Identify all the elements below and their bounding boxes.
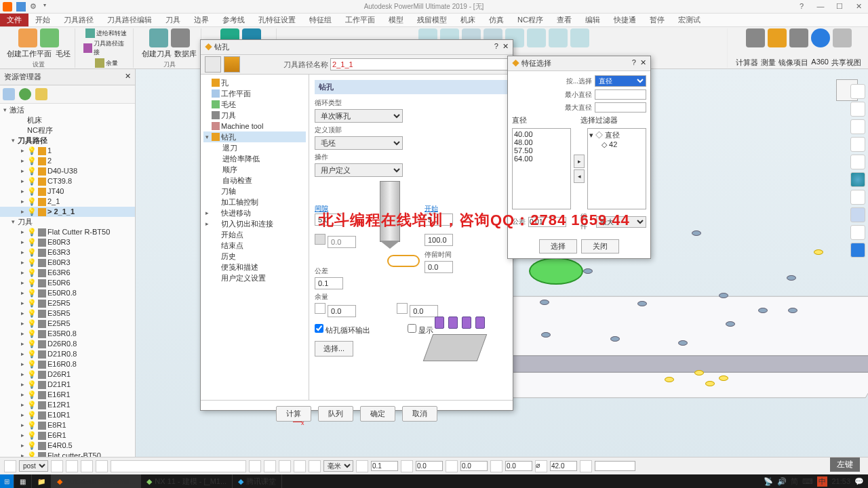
ribbon-label[interactable]: 刀具路径连接	[94, 39, 129, 57]
tree-node[interactable]: 孔	[221, 77, 229, 88]
wireframe-icon[interactable]	[850, 207, 865, 222]
tree-node[interactable]: 42	[609, 140, 617, 148]
minimize-icon[interactable]: —	[814, 2, 827, 11]
tree-node[interactable]: Machine tool	[221, 121, 263, 131]
tree-node-tool[interactable]: ▸💡E8R1	[0, 420, 135, 430]
workplane-icon[interactable]	[18, 28, 37, 47]
maximize-icon[interactable]: ☐	[833, 2, 846, 11]
dialog-close-icon[interactable]: ✕	[502, 42, 509, 50]
tab-icon[interactable]	[205, 56, 221, 73]
list-item[interactable]: 57.50	[514, 146, 569, 155]
menu-tab[interactable]: 残留模型	[410, 14, 454, 26]
tol-input[interactable]	[315, 277, 343, 289]
iso-icon[interactable]	[850, 190, 865, 205]
drill-tree[interactable]: 孔 工作平面 毛坯 刀具 Machine tool ▾钻孔 退刀 进给率降低 顺…	[201, 75, 309, 400]
bulb-icon[interactable]: 💡	[27, 359, 37, 369]
tree-node[interactable]: 刀具	[18, 217, 33, 227]
task-item[interactable]: 📁	[32, 474, 52, 488]
tray-icon[interactable]: 📡	[764, 477, 773, 486]
list-item[interactable]: 40.00	[514, 130, 569, 138]
tree-node-tool[interactable]: ▸💡D26R1	[0, 369, 135, 380]
status-icon[interactable]	[4, 460, 16, 472]
bulb-icon[interactable]: 💡	[27, 258, 37, 268]
post-select[interactable]: post	[19, 460, 48, 472]
stock-icon[interactable]	[40, 28, 59, 47]
bulb-icon[interactable]: 💡	[27, 400, 37, 410]
mirror-icon[interactable]	[789, 28, 808, 47]
measure-icon[interactable]	[768, 28, 787, 47]
menu-tab[interactable]: 刀具	[159, 14, 187, 26]
globe-icon[interactable]	[850, 172, 865, 187]
qat-dropdown-icon[interactable]: ▾	[43, 2, 53, 12]
status-input[interactable]	[505, 461, 532, 471]
menu-tab[interactable]: NC程序	[511, 14, 550, 26]
bulb-icon[interactable]: 💡	[27, 308, 37, 319]
tab-icon[interactable]	[224, 56, 240, 73]
list-item[interactable]: 48.00	[514, 138, 569, 146]
explorer-tree[interactable]: ▾激活 机床 NC程序 ▾刀具路径 ▸💡1 ▸💡2 ▸💡D40-U38 ▸💡CT…	[0, 104, 135, 466]
start-button[interactable]: ⊞	[0, 474, 14, 488]
tree-node[interactable]: NC程序	[27, 125, 53, 136]
bulb-icon[interactable]: 💡	[27, 237, 37, 247]
status-icon[interactable]	[81, 460, 93, 472]
close-button[interactable]: 关闭	[581, 239, 619, 253]
dialog-close-icon[interactable]: ✕	[640, 58, 646, 66]
status-icon[interactable]	[96, 460, 108, 472]
bulb-icon[interactable]: 💡	[27, 298, 37, 308]
bulb-icon[interactable]: 💡	[27, 278, 37, 288]
create-tool-icon[interactable]	[149, 28, 168, 47]
phi-input[interactable]	[328, 236, 356, 248]
dwell-input[interactable]	[425, 261, 453, 273]
tree-node-tool[interactable]: ▸💡E25R5	[0, 298, 135, 308]
tree-node-tool[interactable]: ▸💡D26R0.8	[0, 339, 135, 349]
gap-input[interactable]	[315, 214, 343, 226]
tree-node-tool[interactable]: ▸💡E12R1	[0, 400, 135, 410]
queue-button[interactable]: 队列	[318, 406, 353, 422]
tree-node[interactable]: 工作平面	[221, 88, 251, 99]
tree-node-tool[interactable]: ▸💡D21R0.8	[0, 349, 135, 359]
feedrate-icon[interactable]	[85, 28, 95, 38]
settings-icon[interactable]: ⚙	[30, 2, 39, 12]
database-icon[interactable]	[171, 28, 190, 47]
ruler-icon[interactable]	[309, 460, 321, 472]
status-icon[interactable]	[249, 460, 261, 472]
by-select[interactable]: 直径	[595, 75, 646, 87]
status-icon[interactable]	[51, 460, 63, 472]
menu-tab[interactable]: 刀具路径编辑	[100, 14, 159, 26]
tree-node-tool[interactable]: ▸💡E4R0.5	[0, 441, 135, 451]
ribbon-label[interactable]: 余量	[106, 59, 118, 68]
tree-node-tool[interactable]: ▸💡E63R3	[0, 247, 135, 258]
tree-node[interactable]: 直径	[605, 131, 620, 139]
top-select[interactable]: 毛坯	[315, 136, 403, 150]
dialog-help-icon[interactable]: ?	[632, 58, 636, 66]
tree-node[interactable]: 切入切出和连接	[221, 218, 273, 229]
menu-tab[interactable]: 仿真	[482, 14, 511, 26]
status-input[interactable]	[416, 461, 443, 471]
explorer-tool-icon[interactable]	[35, 88, 47, 100]
allowance-a-icon[interactable]	[315, 303, 326, 314]
tree-node[interactable]: 用户定义设置	[221, 272, 266, 283]
tree-node-tool[interactable]: ▸💡E63R6	[0, 268, 135, 278]
tree-node[interactable]: D40-U38	[47, 166, 77, 176]
zoom-out-icon[interactable]	[850, 155, 865, 169]
tree-node-tool[interactable]: ▸💡E6R1	[0, 430, 135, 441]
menu-tab[interactable]: 刀具路径	[57, 14, 100, 26]
close-panel-icon[interactable]: ✕	[125, 72, 131, 82]
tray-icon[interactable]: 🔊	[777, 477, 787, 486]
status-icon[interactable]	[580, 460, 592, 472]
menu-tab[interactable]: 工作平面	[338, 14, 382, 26]
task-item[interactable]: ◆腾讯课堂	[233, 474, 282, 488]
bulb-icon[interactable]: 💡	[27, 176, 37, 186]
menu-tab[interactable]: 特征组	[302, 14, 338, 26]
cycle-select[interactable]: 单次啄孔	[315, 109, 403, 123]
list-item[interactable]: 64.00	[514, 155, 569, 163]
path-name-input[interactable]	[330, 58, 509, 70]
select-button[interactable]: 选择...	[315, 341, 353, 357]
dialog-help-icon[interactable]: ?	[494, 42, 498, 50]
menu-tab[interactable]: 模型	[382, 14, 410, 26]
tree-node-tool[interactable]: ▸💡E50R0.8	[0, 288, 135, 298]
menu-tab[interactable]: 孔特征设置	[252, 14, 302, 26]
explorer-globe-icon[interactable]	[19, 88, 31, 100]
bulb-icon[interactable]: 💡	[27, 227, 37, 237]
task-item[interactable]: ◆Autodesk PowerMil...	[52, 474, 141, 488]
